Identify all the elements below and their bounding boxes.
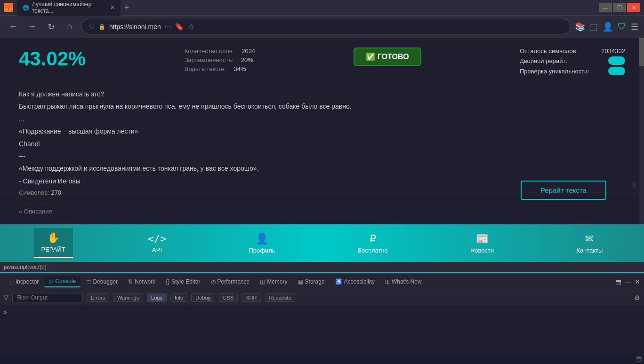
- rewrite-icon: ✋: [47, 232, 60, 244]
- devtools-tab-whatsnew[interactable]: ⊞ What's New: [380, 277, 427, 287]
- maximize-button[interactable]: ❐: [613, 3, 626, 12]
- filter-debug[interactable]: Debug: [191, 293, 215, 302]
- spam-label: Заспамленность:: [185, 56, 233, 63]
- refresh-button[interactable]: ↻: [43, 19, 58, 34]
- opisanie-tab[interactable]: « Описание: [19, 204, 625, 215]
- pocket-icon[interactable]: 🔖: [175, 22, 184, 31]
- site-nav-contacts[interactable]: ✉ Контакты: [569, 229, 610, 258]
- filter-right: ⚙: [634, 294, 640, 301]
- status-url: javascript:void(0): [4, 264, 47, 270]
- filter-xhr[interactable]: XHR: [242, 293, 261, 302]
- back-button[interactable]: ←: [6, 19, 21, 34]
- accessibility-icon: ♿: [335, 278, 342, 285]
- tab-favicon: 🌐: [23, 5, 29, 11]
- stat-row-unique: Проверка уникальности:: [520, 67, 625, 75]
- contacts-icon: ✉: [585, 233, 594, 245]
- free-label: Бесплатно: [358, 247, 388, 254]
- stat-row-left: Осталось символов: 2034302: [520, 47, 625, 55]
- site-nav-free[interactable]: ₽ Бесплатно: [350, 229, 395, 258]
- dock-button[interactable]: ⬒: [615, 278, 621, 285]
- active-tab[interactable]: 🌐 Лучший синонимайзер текста... ✕: [17, 0, 121, 16]
- menu-icon[interactable]: ☰: [631, 22, 638, 32]
- devtools-tab-console[interactable]: ▷ Console: [44, 276, 80, 287]
- debugger-label: Debugger: [93, 278, 118, 285]
- devtools: ⬚ Inspector ▷ Console ◻ Debugger ⇅ Netwo…: [0, 272, 644, 355]
- rewrite-label: РЕРАЙТ: [41, 246, 65, 253]
- unique-label: Проверка уникальности:: [520, 68, 589, 75]
- stat-row-spam: Заспамленность: 20%: [185, 56, 255, 63]
- whatsnew-icon: ⊞: [385, 278, 390, 285]
- text-line-3: «Подражание – высшая форма лести»: [19, 126, 625, 136]
- more-icon[interactable]: ···: [165, 23, 171, 31]
- news-label: Новости: [470, 247, 494, 254]
- storage-label: Storage: [305, 278, 325, 285]
- devtools-content: »: [0, 305, 644, 339]
- performance-label: Performance: [217, 278, 250, 285]
- devtools-tab-inspector[interactable]: ⬚ Inspector: [4, 277, 43, 287]
- site-nav-rewrite[interactable]: ✋ РЕРАЙТ: [34, 228, 73, 258]
- spam-value: 20%: [241, 56, 253, 63]
- url-bar[interactable]: 🛡 🔒 https://sinoni.men ··· 🔖 ☆: [81, 19, 571, 34]
- water-label: Воды в тексте:: [185, 65, 226, 72]
- memory-label: Memory: [267, 278, 287, 285]
- devtools-tab-network[interactable]: ⇅ Network: [123, 277, 160, 287]
- text-line-5: ---: [19, 151, 625, 161]
- style-icon: {}: [166, 278, 169, 285]
- filter-info[interactable]: Info: [170, 293, 187, 302]
- count-value: 2034: [242, 47, 255, 55]
- filter-warnings[interactable]: Warnings: [113, 293, 143, 302]
- rewrite-button[interactable]: Рерайт текста: [521, 181, 606, 200]
- minimize-button[interactable]: —: [599, 3, 612, 12]
- devtools-close-button[interactable]: ✕: [635, 278, 640, 285]
- devtools-tab-style[interactable]: {} Style Editor: [161, 277, 205, 287]
- site-nav-news[interactable]: 📰 Новости: [463, 229, 501, 258]
- contacts-label: Контакты: [576, 247, 603, 254]
- window-controls: — ❐ ✕: [599, 3, 640, 12]
- scrollbar-thumb[interactable]: [639, 38, 644, 66]
- filter-icon: ▽: [4, 294, 8, 301]
- forward-button[interactable]: →: [24, 19, 40, 34]
- char-count: Символов: 270: [19, 189, 61, 196]
- devtools-toolbar: ⬚ Inspector ▷ Console ◻ Debugger ⇅ Netwo…: [0, 273, 644, 290]
- sidebar-icon[interactable]: ⬚: [590, 22, 598, 32]
- url-text: https://sinoni.men: [109, 23, 161, 31]
- count-label: Количество слов:: [185, 47, 234, 55]
- home-button[interactable]: ⌂: [62, 19, 77, 34]
- site-nav-profile[interactable]: 👤 Профиль: [241, 229, 282, 258]
- devtools-tab-storage[interactable]: ▦ Storage: [293, 277, 330, 287]
- stats-middle: Количество слов: 2034 Заспамленность: 20…: [185, 47, 255, 72]
- vpn-icon[interactable]: 🛡: [618, 22, 626, 32]
- gotovo-button[interactable]: ✅ ГОТОВО: [354, 47, 421, 66]
- char-value: 270: [51, 189, 61, 196]
- tab-close-button[interactable]: ✕: [110, 4, 115, 11]
- library-icon[interactable]: 📚: [575, 22, 585, 32]
- filter-input[interactable]: [12, 293, 83, 302]
- close-button[interactable]: ✕: [627, 3, 640, 12]
- status-bar: javascript:void(0): [0, 262, 644, 272]
- devtools-more-button[interactable]: ···: [625, 278, 631, 285]
- chevron-right-icon[interactable]: »: [4, 309, 7, 316]
- filter-logs[interactable]: Logs: [147, 293, 167, 302]
- bookmark-icon[interactable]: ☆: [188, 22, 194, 31]
- filter-requests[interactable]: Requests: [265, 293, 295, 302]
- double-toggle[interactable]: [608, 56, 625, 65]
- devtools-tab-debugger[interactable]: ◻ Debugger: [81, 277, 122, 287]
- devtools-filter-toolbar: ▽ Errors Warnings Logs Info Debug CSS XH…: [0, 290, 644, 305]
- devtools-tab-memory[interactable]: ◫ Memory: [255, 277, 292, 287]
- dock-bottom-icon[interactable]: ⬒: [636, 355, 642, 362]
- devtools-tab-accessibility[interactable]: ♿ Accessibility: [330, 277, 379, 287]
- api-label: API: [152, 246, 162, 253]
- performance-icon: ◷: [211, 278, 216, 285]
- free-icon: ₽: [370, 233, 376, 245]
- site-nav-api[interactable]: </> API: [140, 229, 174, 257]
- left-value: 2034302: [601, 47, 625, 55]
- scrollbar[interactable]: [639, 38, 644, 224]
- filter-errors[interactable]: Errors: [87, 293, 109, 302]
- new-tab-button[interactable]: +: [122, 3, 131, 13]
- unique-toggle[interactable]: [608, 67, 625, 75]
- profile-icon[interactable]: 👤: [603, 22, 613, 32]
- filter-css[interactable]: CSS: [219, 293, 238, 302]
- settings-gear-icon[interactable]: ⚙: [634, 294, 640, 301]
- devtools-tab-performance[interactable]: ◷ Performance: [206, 277, 255, 287]
- site-content: 43.02% Количество слов: 2034 Заспамленно…: [0, 38, 644, 224]
